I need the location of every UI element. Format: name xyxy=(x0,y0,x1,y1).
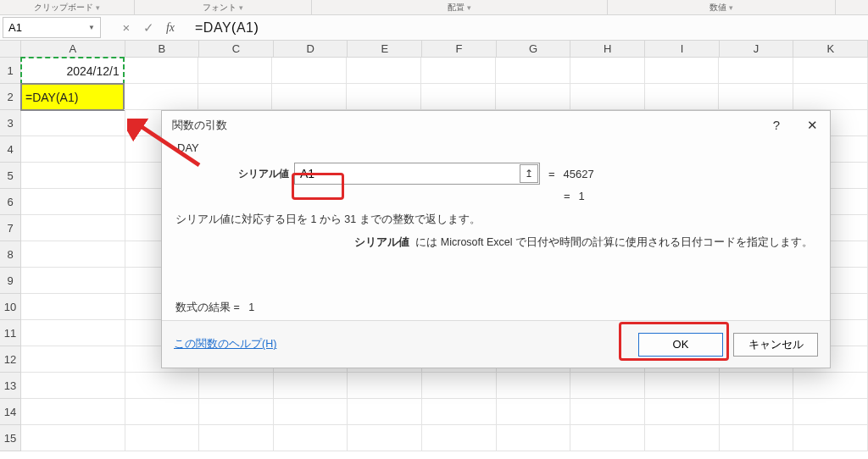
column-header[interactable]: H xyxy=(570,41,645,58)
cell[interactable] xyxy=(272,58,347,84)
cell[interactable] xyxy=(645,84,720,110)
cell[interactable] xyxy=(422,425,497,451)
row-header[interactable]: 7 xyxy=(0,215,21,241)
cell[interactable] xyxy=(645,425,720,451)
column-header[interactable]: G xyxy=(497,41,571,58)
help-icon[interactable]: ? xyxy=(765,118,787,133)
cell[interactable] xyxy=(21,425,125,451)
row-header[interactable]: 9 xyxy=(0,268,21,294)
cell[interactable] xyxy=(645,399,720,425)
cell[interactable] xyxy=(719,84,793,110)
cell[interactable] xyxy=(21,320,125,346)
cell[interactable] xyxy=(422,399,497,425)
cancel-formula-button[interactable]: × xyxy=(115,20,137,35)
cell[interactable] xyxy=(496,58,570,84)
cell[interactable] xyxy=(793,425,868,451)
cell[interactable] xyxy=(793,84,868,110)
cell[interactable] xyxy=(421,58,496,84)
close-icon[interactable]: ✕ xyxy=(801,118,823,133)
cell[interactable] xyxy=(348,399,422,425)
column-header[interactable]: F xyxy=(422,41,497,58)
cell[interactable] xyxy=(125,373,200,399)
cell[interactable] xyxy=(125,399,200,425)
formula-bar-input[interactable]: =DAY(A1) xyxy=(188,15,868,40)
cell[interactable] xyxy=(719,58,793,84)
column-header[interactable]: A xyxy=(21,41,125,58)
column-header[interactable]: I xyxy=(645,41,720,58)
row-header[interactable]: 14 xyxy=(0,399,21,425)
cell[interactable] xyxy=(198,84,273,110)
cell[interactable] xyxy=(793,399,868,425)
cell[interactable] xyxy=(570,58,645,84)
insert-function-button[interactable]: fx xyxy=(159,21,181,35)
cell[interactable] xyxy=(720,425,794,451)
cell[interactable] xyxy=(497,373,571,399)
cell[interactable] xyxy=(21,163,125,189)
column-header[interactable]: J xyxy=(720,41,794,58)
function-help-link[interactable]: この関数のヘルプ(H) xyxy=(174,337,276,351)
column-header[interactable]: D xyxy=(274,41,348,58)
cell[interactable] xyxy=(274,399,348,425)
cell[interactable] xyxy=(21,110,125,136)
cell-A1[interactable]: 2024/12/1 xyxy=(20,57,125,85)
cell[interactable] xyxy=(274,373,348,399)
row-header[interactable]: 11 xyxy=(0,320,21,346)
row-header[interactable]: 2 xyxy=(0,84,21,110)
cell[interactable] xyxy=(720,373,794,399)
cell[interactable] xyxy=(348,425,422,451)
cell[interactable] xyxy=(793,373,868,399)
cell[interactable] xyxy=(645,58,720,84)
cell[interactable] xyxy=(497,399,571,425)
row-header[interactable]: 4 xyxy=(0,136,21,163)
cell[interactable] xyxy=(125,425,200,451)
cell[interactable] xyxy=(570,425,645,451)
select-all-corner[interactable] xyxy=(0,41,21,58)
cell[interactable] xyxy=(497,425,571,451)
ok-button[interactable]: OK xyxy=(638,333,723,357)
cell-A2[interactable]: =DAY(A1) xyxy=(20,83,125,111)
cell[interactable] xyxy=(496,84,570,110)
cell[interactable] xyxy=(272,84,347,110)
row-header[interactable]: 3 xyxy=(0,110,21,136)
cell[interactable] xyxy=(720,399,794,425)
cell[interactable] xyxy=(21,399,125,425)
cell[interactable] xyxy=(198,58,273,84)
row-header[interactable]: 15 xyxy=(0,425,21,451)
cell[interactable] xyxy=(274,425,348,451)
row-header[interactable]: 10 xyxy=(0,294,21,320)
collapse-dialog-icon[interactable]: ↥ xyxy=(520,164,538,183)
cell[interactable] xyxy=(21,346,125,373)
cell[interactable] xyxy=(21,373,125,399)
cell[interactable] xyxy=(21,136,125,163)
row-header[interactable]: 12 xyxy=(0,346,21,373)
cell[interactable] xyxy=(570,84,645,110)
cell[interactable] xyxy=(199,425,274,451)
cell[interactable] xyxy=(21,241,125,268)
row-header[interactable]: 8 xyxy=(0,241,21,268)
cell[interactable] xyxy=(21,268,125,294)
row-header[interactable]: 1 xyxy=(0,58,21,84)
enter-formula-button[interactable]: ✓ xyxy=(137,20,159,36)
cell[interactable] xyxy=(21,189,125,215)
cell[interactable] xyxy=(421,84,496,110)
cell[interactable] xyxy=(199,373,274,399)
column-header[interactable]: E xyxy=(348,41,422,58)
cell[interactable] xyxy=(347,58,421,84)
cell[interactable] xyxy=(21,215,125,241)
cell[interactable] xyxy=(21,294,125,320)
cell[interactable] xyxy=(124,58,198,84)
serial-value-input[interactable] xyxy=(294,163,540,185)
cell[interactable] xyxy=(199,399,274,425)
chevron-down-icon[interactable]: ▼ xyxy=(88,24,95,31)
cell[interactable] xyxy=(422,373,497,399)
name-box[interactable]: A1 ▼ xyxy=(3,17,101,38)
column-header[interactable]: C xyxy=(199,41,274,58)
row-header[interactable]: 5 xyxy=(0,163,21,189)
cell[interactable] xyxy=(570,373,645,399)
cell[interactable] xyxy=(793,58,868,84)
cell[interactable] xyxy=(645,373,720,399)
column-header[interactable]: B xyxy=(125,41,200,58)
row-header[interactable]: 6 xyxy=(0,189,21,215)
cell[interactable] xyxy=(570,399,645,425)
cancel-button[interactable]: キャンセル xyxy=(733,333,818,357)
